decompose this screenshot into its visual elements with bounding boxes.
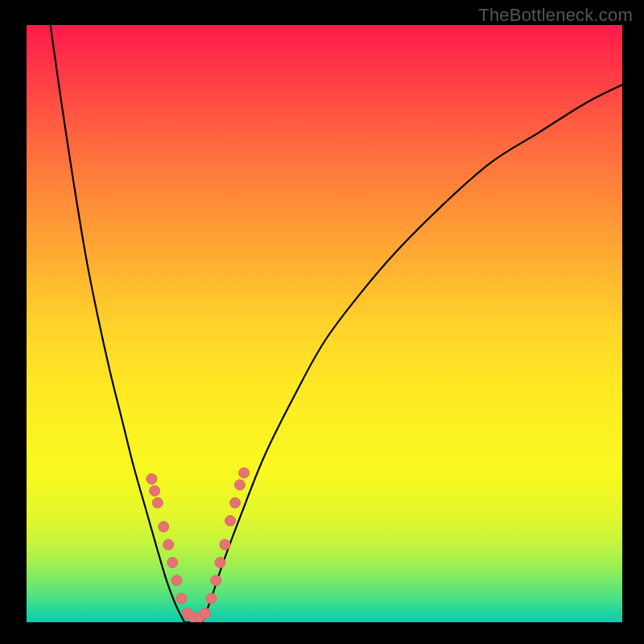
- marker-point: [200, 608, 211, 618]
- marker-point: [215, 557, 225, 568]
- outer-frame: TheBottleneck.com: [0, 0, 644, 644]
- series-right-curve: [202, 85, 622, 622]
- marker-point: [171, 576, 182, 586]
- marker-point: [167, 557, 178, 568]
- marker-point: [239, 468, 250, 478]
- marker-point: [234, 480, 245, 490]
- marker-point: [159, 522, 169, 532]
- marker-point: [152, 497, 163, 508]
- marker-point: [163, 539, 174, 550]
- marker-point: [150, 485, 160, 496]
- marker-point: [176, 593, 187, 604]
- plot-area: [27, 25, 622, 622]
- chart-svg: [27, 25, 622, 622]
- series-group: [51, 25, 622, 622]
- marker-group: [147, 468, 250, 622]
- marker-point: [206, 593, 217, 604]
- marker-point: [230, 497, 241, 508]
- marker-point: [147, 473, 157, 484]
- marker-point: [211, 576, 221, 586]
- series-left-curve: [51, 25, 185, 622]
- watermark-text: TheBottleneck.com: [478, 5, 633, 26]
- marker-point: [220, 539, 230, 550]
- marker-point: [225, 515, 236, 526]
